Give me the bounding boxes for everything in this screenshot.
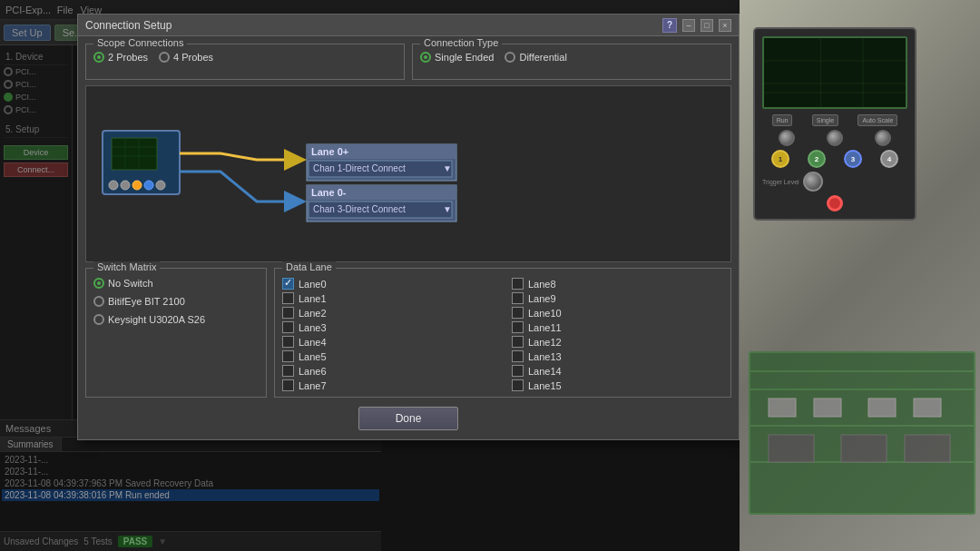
osc-btn-auto[interactable]: Auto Scale <box>858 114 897 126</box>
lane6-checkbox[interactable] <box>282 365 294 377</box>
knob-2 <box>121 181 130 190</box>
lane6-label: Lane6 <box>299 366 327 377</box>
knob-3 <box>156 181 165 190</box>
lane1-item[interactable]: Lane1 <box>282 292 494 304</box>
no-switch-option[interactable]: No Switch <box>93 278 259 289</box>
right-panel: Run Single Auto Scale 1 2 3 4 Trigger Le… <box>740 0 980 551</box>
lane0plus-dropdown-arrow[interactable]: ▼ <box>443 163 452 173</box>
lane2-label: Lane2 <box>299 308 327 319</box>
lane1-checkbox[interactable] <box>282 292 294 304</box>
single-ended-option[interactable]: Single Ended <box>420 52 494 63</box>
lane7-checkbox[interactable] <box>282 379 294 391</box>
oscilloscope: Run Single Auto Scale 1 2 3 4 Trigger Le… <box>753 27 916 221</box>
single-ended-radio[interactable] <box>420 52 431 63</box>
svg-rect-17 <box>769 435 814 462</box>
keysight-label: Keysight U3020A S26 <box>108 314 205 325</box>
differential-label: Differential <box>519 52 566 63</box>
scope-connections-section: Scope Connections 2 Probes 4 Probes <box>85 44 405 80</box>
lane14-checkbox[interactable] <box>512 365 524 377</box>
2probes-option[interactable]: 2 Probes <box>93 52 148 63</box>
osc-ch1[interactable]: 1 <box>771 150 789 168</box>
lane7-item[interactable]: Lane7 <box>282 379 494 391</box>
osc-knobs-row <box>762 130 907 146</box>
top-sections: Scope Connections 2 Probes 4 Probes Conn… <box>85 44 731 80</box>
lane3-label: Lane3 <box>299 322 327 333</box>
minimize-button[interactable]: – <box>682 19 695 32</box>
lane8-checkbox[interactable] <box>512 278 524 290</box>
lane12-checkbox[interactable] <box>512 336 524 348</box>
lane10-checkbox[interactable] <box>512 307 524 319</box>
bitifeye-option[interactable]: BitifEye BIT 2100 <box>93 296 259 307</box>
osc-btn-run[interactable]: Run <box>772 114 793 126</box>
svg-rect-14 <box>814 398 841 417</box>
lane13-item[interactable]: Lane13 <box>512 350 723 362</box>
lane10-item[interactable]: Lane10 <box>512 307 723 319</box>
svg-rect-18 <box>841 435 887 462</box>
osc-knob-1 <box>779 130 795 146</box>
svg-rect-16 <box>914 398 941 417</box>
lane0plus-dropdown-text: Chan 1-Direct Connect <box>313 163 406 173</box>
lane11-item[interactable]: Lane11 <box>512 321 723 333</box>
osc-btn-single[interactable]: Single <box>812 114 838 126</box>
4probes-option[interactable]: 4 Probes <box>159 52 213 63</box>
lane5-checkbox[interactable] <box>282 350 294 362</box>
osc-ch3[interactable]: 3 <box>844 150 862 168</box>
lane11-checkbox[interactable] <box>512 321 524 333</box>
osc-screen <box>762 36 907 109</box>
lane4-label: Lane4 <box>299 337 327 348</box>
2probes-radio[interactable] <box>93 52 104 63</box>
lane0-item[interactable]: Lane0 <box>282 278 494 290</box>
pcb-traces <box>750 353 974 513</box>
lane4-checkbox[interactable] <box>282 336 294 348</box>
knob-1 <box>109 181 118 190</box>
help-button[interactable]: ? <box>662 18 677 33</box>
pcb-board <box>749 351 975 515</box>
modal-title: Connection Setup <box>85 19 172 32</box>
probe-connector <box>827 195 843 212</box>
modal-controls: ? – □ × <box>662 18 731 33</box>
lane5-item[interactable]: Lane5 <box>282 350 494 362</box>
connection-diagram: Lane 0+ Chan 1-Direct Connect ▼ Lane 0- … <box>93 94 710 253</box>
lane9-checkbox[interactable] <box>512 292 524 304</box>
bitifeye-label: BitifEye BIT 2100 <box>108 296 185 307</box>
connection-type-label: Connection Type <box>420 37 502 48</box>
osc-channel-buttons: 1 2 3 4 <box>762 150 907 168</box>
lane0-checkbox[interactable] <box>282 278 294 290</box>
keysight-radio[interactable] <box>93 314 104 325</box>
lane15-item[interactable]: Lane15 <box>512 379 723 391</box>
lane2-item[interactable]: Lane2 <box>282 307 494 319</box>
lane9-label: Lane9 <box>528 293 556 304</box>
differential-option[interactable]: Differential <box>505 52 566 63</box>
lane3-checkbox[interactable] <box>282 321 294 333</box>
done-button[interactable]: Done <box>358 407 459 430</box>
lane3-item[interactable]: Lane3 <box>282 321 494 333</box>
knob-yellow <box>132 181 142 190</box>
4probes-radio[interactable] <box>159 52 170 63</box>
lane0minus-dropdown-arrow[interactable]: ▼ <box>443 204 452 214</box>
bitifeye-radio[interactable] <box>93 296 104 307</box>
done-row: Done <box>85 403 731 432</box>
lane13-checkbox[interactable] <box>512 350 524 362</box>
lane4-item[interactable]: Lane4 <box>282 336 494 348</box>
bottom-sections: Switch Matrix No Switch BitifEye BIT 210… <box>85 268 731 398</box>
data-lane-label: Data Lane <box>282 261 336 272</box>
lane2-checkbox[interactable] <box>282 307 294 319</box>
no-switch-radio[interactable] <box>93 278 104 289</box>
maximize-button[interactable]: □ <box>701 19 713 32</box>
scope-connections-label: Scope Connections <box>93 37 187 48</box>
lane14-item[interactable]: Lane14 <box>512 365 723 377</box>
keysight-option[interactable]: Keysight U3020A S26 <box>93 314 259 325</box>
osc-knob-2 <box>827 130 843 146</box>
osc-ch4[interactable]: 4 <box>880 150 898 168</box>
lane6-item[interactable]: Lane6 <box>282 365 494 377</box>
switch-matrix-label: Switch Matrix <box>93 261 160 272</box>
differential-radio[interactable] <box>505 52 515 63</box>
single-ended-label: Single Ended <box>435 52 494 63</box>
lane8-item[interactable]: Lane8 <box>512 278 723 290</box>
osc-ch2[interactable]: 2 <box>808 150 826 168</box>
lane12-item[interactable]: Lane12 <box>512 336 723 348</box>
lane9-item[interactable]: Lane9 <box>512 292 723 304</box>
lane15-checkbox[interactable] <box>512 379 524 391</box>
close-button[interactable]: × <box>719 19 731 32</box>
svg-rect-15 <box>868 398 896 417</box>
